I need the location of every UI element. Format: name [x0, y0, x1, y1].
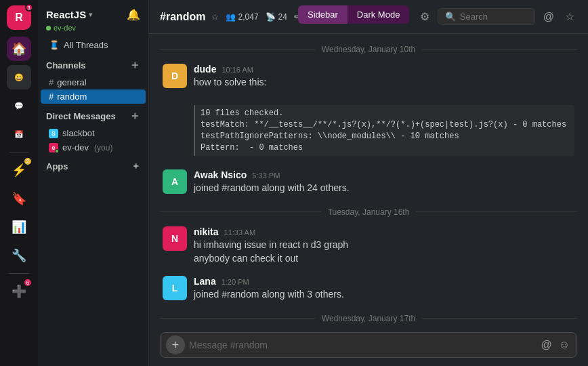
message-input[interactable]	[189, 337, 535, 353]
icon-item-5[interactable]: 🔖	[7, 186, 31, 211]
messages-list: Wednesday, January 10th D dude 10:16 AM …	[149, 34, 588, 327]
message-content-lana: Lana 1:20 PM joined #random along with 3…	[194, 276, 574, 302]
slackbot-avatar: S	[49, 129, 58, 138]
apps-label: Apps	[46, 161, 68, 171]
plus-icon: +	[172, 338, 180, 352]
search-input[interactable]	[460, 12, 528, 22]
icon-bar: R 1 🏠 😀 💬 📅 ⚡ 2 🔖 📊 🔧 ➕ 6	[0, 0, 38, 366]
icon-2: 💬	[14, 102, 24, 110]
message-content-awak: Awak Nsico 5:33 PM joined #random along …	[194, 169, 574, 195]
workspace-status-text: ev-dev	[54, 24, 76, 32]
message-text-lana: joined #random along with 3 others.	[194, 288, 574, 302]
add-badge: 6	[23, 278, 33, 287]
input-right-icons: @ ☺	[539, 338, 571, 352]
add-attachment-button[interactable]: +	[166, 336, 185, 354]
icon-7: 🔧	[12, 248, 26, 263]
channel-general-label: general	[57, 77, 86, 87]
star-icon[interactable]: ☆	[211, 12, 219, 22]
workspace-notif-badge: 1	[25, 3, 33, 12]
status-online-dot	[46, 26, 51, 30]
bookmark-icon[interactable]: ☆	[562, 7, 577, 26]
date-label-2: Tuesday, January 16th	[328, 207, 410, 217]
message-header-nikita: nikita 11:33 AM	[194, 226, 574, 237]
date-divider-3: Wednesday, January 17th	[160, 314, 577, 323]
message-input-bar: + @ ☺	[149, 327, 588, 366]
members-count: 2,047	[238, 12, 259, 22]
avatar: L	[163, 276, 187, 300]
gear-icon[interactable]: ⚙	[417, 7, 432, 26]
tooltip-popup: Sidebar Dark Mode	[298, 5, 409, 24]
add-apps-icon[interactable]: ＋	[131, 160, 140, 172]
channels-group-header: Channels ＋	[38, 53, 148, 75]
members-icon: 👥	[226, 12, 236, 22]
workspace-name-text: ReactJS	[46, 9, 86, 20]
signal-count-item[interactable]: 📡 24	[266, 12, 287, 22]
dark-mode-button[interactable]: Dark Mode	[348, 5, 410, 24]
add-channel-icon[interactable]: ＋	[129, 58, 140, 73]
sidebar-item-evdev[interactable]: e ev-dev (you)	[41, 140, 146, 155]
message-time-nikita: 11:33 AM	[224, 228, 255, 237]
workspace-logo-letter: R	[15, 12, 23, 24]
icon-item-add[interactable]: ➕ 6	[7, 279, 31, 304]
code-block-dude: 10 files checked. testMatch: **/__tests_…	[194, 105, 574, 156]
message-header-lana: Lana 1:20 PM	[194, 276, 574, 287]
message-author-lana: Lana	[194, 276, 216, 287]
message-header-dude: dude 10:16 AM	[194, 64, 574, 75]
sidebar: ReactJS ▾ 🔔 ev-dev 🧵 All Threads Channel…	[38, 0, 149, 366]
message-text-nikita: hi imhaving issue in react n d3 graph an…	[194, 239, 574, 265]
at-button[interactable]: @	[539, 338, 553, 352]
signal-count: 24	[278, 12, 287, 22]
table-row: L Lana 1:20 PM joined #random along with…	[160, 274, 577, 303]
hash-icon-general: #	[49, 77, 54, 87]
home-icon: 🏠	[12, 41, 26, 56]
dm-group-header: Direct Messages ＋	[38, 104, 148, 126]
avatar: N	[163, 226, 187, 251]
sidebar-item-random[interactable]: # random	[41, 89, 146, 104]
workspace-logo[interactable]: R 1	[7, 5, 31, 30]
table-row: A Awak Nsico 5:33 PM joined #random alon…	[160, 168, 577, 197]
icon-item-1[interactable]: 😀	[7, 65, 31, 89]
at-icon[interactable]: @	[541, 8, 557, 26]
message-content-nikita: nikita 11:33 AM hi imhaving issue in rea…	[194, 226, 574, 265]
search-box[interactable]: 🔍	[438, 8, 535, 25]
date-label-1: Wednesday, January 10th	[322, 45, 415, 54]
sidebar-item-general[interactable]: # general	[41, 75, 146, 89]
message-text-awak: joined #random along with 24 others.	[194, 182, 574, 195]
icon-item-3[interactable]: 📅	[7, 122, 31, 146]
table-row: N nikita 11:33 AM hi imhaving issue in r…	[160, 225, 577, 266]
icon-item-4[interactable]: ⚡ 2	[7, 158, 31, 182]
slackbot-label: slackbot	[62, 128, 95, 138]
icon-item-7[interactable]: 🔧	[7, 243, 31, 268]
icon-4-badge: 2	[23, 157, 33, 166]
emoji-button[interactable]: ☺	[558, 338, 571, 352]
message-time-lana: 1:20 PM	[222, 278, 249, 286]
channel-name: #random	[160, 11, 206, 23]
workspace-name[interactable]: ReactJS ▾	[46, 9, 92, 20]
dm-label: Direct Messages	[46, 111, 116, 121]
message-input-box: + @ ☺	[160, 332, 577, 358]
threads-icon: 🧵	[49, 40, 60, 50]
message-author-awak: Awak Nsico	[194, 169, 247, 180]
channel-random-label: random	[57, 92, 87, 102]
workspace-chevron-icon: ▾	[89, 11, 92, 18]
icon-item-2[interactable]: 💬	[7, 94, 31, 118]
evdev-avatar: e	[49, 143, 58, 152]
table-row: D dude 10:16 AM how to solve this: 10 fi…	[160, 62, 577, 160]
message-content-dude: dude 10:16 AM how to solve this: 10 file…	[194, 64, 574, 159]
apps-section[interactable]: Apps ＋	[38, 155, 148, 175]
channels-label: Channels	[46, 60, 86, 70]
sidebar-item-all-threads[interactable]: 🧵 All Threads	[41, 37, 146, 53]
sidebar-toggle-button[interactable]: Sidebar	[298, 5, 348, 24]
members-count-item[interactable]: 👥 2,047	[226, 12, 259, 22]
sidebar-item-slackbot[interactable]: S slackbot	[41, 126, 146, 140]
icon-item-6[interactable]: 📊	[7, 215, 31, 239]
notification-bell-icon[interactable]: 🔔	[127, 8, 140, 21]
icon-item-home[interactable]: 🏠	[7, 37, 31, 61]
avatar: A	[163, 169, 187, 194]
icon-6: 📊	[12, 220, 26, 235]
add-dm-icon[interactable]: ＋	[129, 109, 140, 123]
signal-icon: 📡	[266, 12, 276, 22]
message-text-dude: how to solve this: 10 files checked. tes…	[194, 76, 574, 156]
icon-1: 😀	[14, 73, 24, 82]
date-divider-2: Tuesday, January 16th	[160, 207, 577, 217]
